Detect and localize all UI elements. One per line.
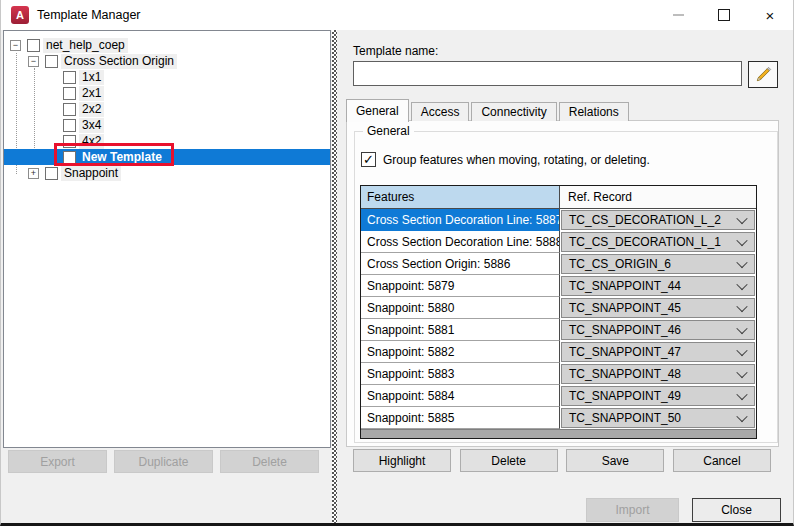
table-row[interactable]: Cross Section Decoration Line: 5888TC_CS… (361, 231, 756, 253)
column-header-ref-record: Ref. Record (560, 186, 756, 208)
group-features-checkbox[interactable]: ✓ (361, 152, 376, 167)
tree-item-checkbox[interactable] (45, 167, 58, 180)
tree-item-checkbox[interactable] (27, 39, 40, 52)
tab-relations[interactable]: Relations (559, 102, 629, 121)
ref-record-cell: TC_SNAPPOINT_48 (560, 363, 756, 385)
feature-cell: Cross Section Decoration Line: 5887 (361, 209, 560, 231)
ref-record-cell: TC_CS_DECORATION_L_2 (560, 209, 756, 231)
tree-item[interactable]: 2x2 (4, 101, 330, 117)
tree-item-checkbox[interactable] (63, 119, 76, 132)
table-row[interactable]: Cross Section Origin: 5886TC_CS_ORIGIN_6 (361, 253, 756, 275)
groupbox-title: General (363, 124, 414, 138)
tree-item[interactable]: 1x1 (4, 69, 330, 85)
ref-record-dropdown[interactable]: TC_SNAPPOINT_48 (561, 364, 755, 384)
ref-record-dropdown[interactable]: TC_CS_DECORATION_L_2 (561, 210, 755, 230)
pencil-icon (754, 65, 773, 84)
feature-cell: Snappoint: 5885 (361, 407, 560, 429)
collapse-icon[interactable]: − (28, 56, 39, 67)
features-table-header: Features Ref. Record (361, 186, 756, 209)
tree-item-label: 2x1 (79, 86, 104, 101)
table-row[interactable]: Snappoint: 5881TC_SNAPPOINT_46 (361, 319, 756, 341)
save-button[interactable]: Save (566, 449, 664, 472)
minimize-button[interactable] (655, 0, 701, 30)
edit-name-button[interactable] (748, 61, 778, 88)
window-controls: × (655, 0, 793, 30)
feature-cell: Snappoint: 5884 (361, 385, 560, 407)
tab-general[interactable]: General (346, 99, 409, 122)
feature-cell: Snappoint: 5882 (361, 341, 560, 363)
ref-record-dropdown[interactable]: TC_SNAPPOINT_44 (561, 276, 755, 296)
close-dialog-button[interactable]: Close (692, 498, 781, 522)
tree-item[interactable]: −net_help_coep (4, 37, 330, 53)
table-row[interactable]: Snappoint: 5882TC_SNAPPOINT_47 (361, 341, 756, 363)
ref-record-dropdown[interactable]: TC_CS_ORIGIN_6 (561, 254, 755, 274)
feature-cell: Snappoint: 5879 (361, 275, 560, 297)
highlight-button[interactable]: Highlight (353, 449, 451, 472)
column-header-features: Features (361, 186, 560, 208)
template-name-input[interactable] (353, 61, 742, 86)
chevron-down-icon (730, 365, 754, 383)
tree-item-checkbox[interactable] (63, 71, 76, 84)
delete-button[interactable]: Delete (220, 450, 319, 473)
chevron-down-icon (730, 321, 754, 339)
tree-item-checkbox[interactable] (63, 135, 76, 148)
ref-record-cell: TC_SNAPPOINT_46 (560, 319, 756, 341)
ref-record-cell: TC_SNAPPOINT_44 (560, 275, 756, 297)
expand-icon[interactable]: + (28, 168, 39, 179)
minimize-icon (673, 14, 684, 16)
close-icon: × (766, 8, 775, 23)
tab-connectivity[interactable]: Connectivity (471, 102, 556, 121)
tree-item-label: 4x2 (79, 134, 104, 149)
maximize-button[interactable] (701, 0, 747, 30)
ref-record-dropdown[interactable]: TC_SNAPPOINT_45 (561, 298, 755, 318)
panel-splitter[interactable] (332, 30, 337, 523)
tree-item-checkbox[interactable] (63, 151, 76, 164)
table-filler-bar (361, 429, 756, 438)
tree-rows: −net_help_coep−Cross Section Origin1x12x… (4, 31, 330, 181)
tree-item[interactable]: 4x2 (4, 133, 330, 149)
chevron-down-icon (730, 233, 754, 251)
tree-item-label: 1x1 (79, 70, 104, 85)
tree-item-label: net_help_coep (43, 38, 128, 53)
ref-record-dropdown[interactable]: TC_SNAPPOINT_49 (561, 386, 755, 406)
ref-record-dropdown[interactable]: TC_SNAPPOINT_50 (561, 408, 755, 428)
table-row[interactable]: Snappoint: 5880TC_SNAPPOINT_45 (361, 297, 756, 319)
table-row[interactable]: Snappoint: 5883TC_SNAPPOINT_48 (361, 363, 756, 385)
table-row[interactable]: Cross Section Decoration Line: 5887TC_CS… (361, 209, 756, 231)
duplicate-button[interactable]: Duplicate (114, 450, 213, 473)
group-features-label: Group features when moving, rotating, or… (383, 153, 650, 167)
collapse-icon[interactable]: − (10, 40, 21, 51)
table-row[interactable]: Snappoint: 5885TC_SNAPPOINT_50 (361, 407, 756, 429)
ref-record-dropdown[interactable]: TC_SNAPPOINT_46 (561, 320, 755, 340)
table-row[interactable]: Snappoint: 5884TC_SNAPPOINT_49 (361, 385, 756, 407)
ref-record-cell: TC_SNAPPOINT_50 (560, 407, 756, 429)
delete-button[interactable]: Delete (460, 449, 558, 472)
tree-item[interactable]: −Cross Section Origin (4, 53, 330, 69)
cancel-button[interactable]: Cancel (673, 449, 771, 472)
tree-item[interactable]: +Snappoint (4, 165, 330, 181)
export-button[interactable]: Export (8, 450, 107, 473)
tree-item-checkbox[interactable] (45, 55, 58, 68)
tree-item[interactable]: 3x4 (4, 117, 330, 133)
tree-item-label: Cross Section Origin (61, 54, 177, 69)
tab-strip: GeneralAccessConnectivityRelations (346, 99, 631, 121)
maximize-icon (718, 9, 730, 21)
close-button[interactable]: × (747, 0, 793, 30)
tree-item[interactable]: 2x1 (4, 85, 330, 101)
tree-item-label: Snappoint (61, 166, 121, 181)
tree-item-checkbox[interactable] (63, 87, 76, 100)
ref-record-dropdown[interactable]: TC_CS_DECORATION_L_1 (561, 232, 755, 252)
chevron-down-icon (730, 277, 754, 295)
tree-item-checkbox[interactable] (63, 103, 76, 116)
table-row[interactable]: Snappoint: 5879TC_SNAPPOINT_44 (361, 275, 756, 297)
chevron-down-icon (730, 409, 754, 427)
tree-item[interactable]: New Template (4, 149, 330, 165)
tree-item-label: 3x4 (79, 118, 104, 133)
template-name-label: Template name: (353, 44, 438, 58)
ref-record-dropdown[interactable]: TC_SNAPPOINT_47 (561, 342, 755, 362)
ref-record-cell: TC_SNAPPOINT_47 (560, 341, 756, 363)
tab-access[interactable]: Access (411, 102, 470, 121)
feature-cell: Snappoint: 5883 (361, 363, 560, 385)
import-button[interactable]: Import (586, 498, 679, 522)
feature-cell: Snappoint: 5880 (361, 297, 560, 319)
